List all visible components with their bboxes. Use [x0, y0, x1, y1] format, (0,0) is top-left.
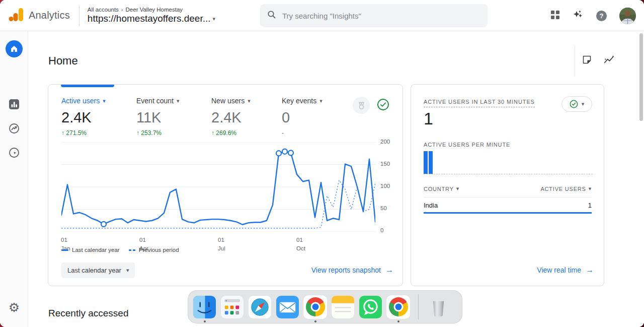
- column-label: COUNTRY: [424, 186, 454, 192]
- view-real-time-link[interactable]: View real time →: [537, 266, 594, 275]
- card-status-icons: [353, 97, 389, 114]
- ga-topbar: Analytics All accounts › Deer Valley Hom…: [0, 0, 644, 31]
- benchmark-medal-icon[interactable]: [353, 97, 370, 114]
- dock-launchpad-icon[interactable]: [220, 295, 244, 319]
- active-tab-indicator: [61, 85, 114, 87]
- breadcrumb-all-accounts[interactable]: All accounts: [88, 7, 119, 13]
- search-input[interactable]: [282, 12, 480, 20]
- date-range-selector[interactable]: Last calendar year ▾: [61, 263, 135, 278]
- metric-label: Event count: [136, 97, 174, 105]
- dock-chrome-2-icon[interactable]: [386, 295, 410, 319]
- gear-icon: ⚙: [9, 301, 20, 314]
- arrow-right-icon: →: [586, 266, 594, 275]
- property-name: https://homestayoffers.deer...: [88, 13, 211, 24]
- metric-label: Active users: [61, 97, 100, 105]
- realtime-table-header: COUNTRY ▾ ACTIVE USERS ▾: [424, 185, 592, 192]
- search-bar[interactable]: [260, 4, 488, 27]
- chart-legend: Last calendar year Previous period: [61, 247, 179, 253]
- dock-finder-icon[interactable]: [193, 295, 216, 319]
- row-value-bar: [424, 212, 592, 214]
- ga-logo-block[interactable]: Analytics: [0, 7, 70, 24]
- legend-label: Last calendar year: [72, 247, 120, 253]
- arrow-right-icon: →: [385, 266, 393, 275]
- sidebar-item-advertising[interactable]: [0, 147, 28, 159]
- realtime-card: ACTIVE USERS IN LAST 30 MINUTES ▾ 1 ACTI…: [411, 84, 604, 286]
- property-selector[interactable]: https://homestayoffers.deer... ▾: [88, 13, 215, 24]
- property-block: All accounts › Deer Valley Homestay http…: [88, 7, 215, 24]
- chevron-down-icon: ▾: [213, 16, 216, 22]
- metric-label: New users: [211, 97, 245, 105]
- insights-icon[interactable]: [603, 54, 615, 67]
- left-nav: ⚙: [0, 31, 28, 327]
- metric-key-events[interactable]: Key events▾ 0 -: [282, 97, 357, 137]
- dock-mail-icon[interactable]: [276, 295, 299, 319]
- metric-new-users[interactable]: New users▾ 2.4K ↑ 269.6%: [211, 97, 282, 137]
- per-minute-label: ACTIVE USERS PER MINUTE: [424, 142, 510, 148]
- per-minute-bar: [429, 151, 433, 174]
- metric-event-count[interactable]: Event count▾ 11K ↑ 253.7%: [136, 97, 211, 137]
- running-indicator: [204, 320, 206, 322]
- metric-delta: ↑ 253.7%: [136, 129, 211, 137]
- legend-previous-period: Previous period: [129, 247, 179, 253]
- chevron-down-icon: ▾: [582, 101, 585, 107]
- dock-safari-icon[interactable]: [248, 295, 272, 319]
- users-cell: 1: [588, 202, 592, 209]
- x-axis-tick: 01Oct: [296, 236, 305, 253]
- y-axis-tick: 50: [380, 205, 387, 211]
- y-axis-tick: 0: [380, 227, 383, 233]
- x-axis-tick: 01Jul: [218, 236, 225, 253]
- topbar-actions: ?: [550, 0, 636, 31]
- ga-logo-icon: [8, 7, 24, 24]
- realtime-title: ACTIVE USERS IN LAST 30 MINUTES: [424, 99, 535, 107]
- gemini-sparkle-icon[interactable]: [573, 9, 584, 22]
- metric-label: Key events: [282, 97, 316, 105]
- running-indicator: [397, 320, 399, 322]
- y-axis-tick: 150: [380, 161, 390, 167]
- dock-notes-icon[interactable]: [331, 295, 355, 319]
- legend-last-calendar-year: Last calendar year: [61, 247, 120, 253]
- breadcrumb: All accounts › Deer Valley Homestay: [88, 7, 215, 13]
- metric-delta: ↑ 271.5%: [61, 129, 136, 137]
- chevron-down-icon: ▾: [319, 98, 323, 104]
- dock-trash-icon[interactable]: [427, 295, 450, 319]
- header-divider: [575, 45, 575, 77]
- date-range-label: Last calendar year: [67, 267, 121, 274]
- chevron-down-icon: ▾: [589, 185, 592, 192]
- active-users-column-header[interactable]: ACTIVE USERS ▾: [540, 185, 592, 192]
- sidebar-item-reports[interactable]: [0, 99, 28, 110]
- data-quality-check-icon[interactable]: [377, 98, 389, 113]
- scrollbar-thumb[interactable]: [639, 33, 643, 121]
- browser-window: Analytics All accounts › Deer Valley Hom…: [0, 0, 644, 327]
- help-icon[interactable]: ?: [596, 11, 607, 21]
- per-minute-bar-chart: [424, 151, 593, 174]
- country-cell: India: [424, 202, 438, 209]
- dock-chrome-icon[interactable]: [303, 295, 327, 319]
- sidebar-item-explore[interactable]: [0, 122, 28, 135]
- view-reports-snapshot-link[interactable]: View reports snapshot →: [311, 266, 393, 275]
- metric-active-users[interactable]: Active users▾ 2.4K ↑ 271.5%: [61, 97, 136, 137]
- solid-line-swatch: [61, 249, 68, 251]
- dock-divider: [418, 294, 419, 319]
- avatar[interactable]: [619, 8, 636, 24]
- page-title: Home: [48, 54, 78, 68]
- dock-whatsapp-icon[interactable]: [359, 295, 382, 319]
- check-circle-icon: [570, 100, 578, 108]
- metric-value: 2.4K: [61, 109, 136, 126]
- apps-grid-icon[interactable]: [550, 10, 560, 22]
- metrics-row: Active users▾ 2.4K ↑ 271.5% Event count▾…: [61, 97, 357, 137]
- metric-delta: -: [282, 129, 357, 137]
- link-label: View real time: [537, 266, 581, 274]
- sidebar-item-admin[interactable]: ⚙: [0, 301, 28, 314]
- customize-report-icon[interactable]: [582, 54, 592, 67]
- search-icon: [267, 10, 276, 21]
- per-minute-bar: [424, 151, 428, 174]
- y-axis-tick: 200: [380, 139, 390, 145]
- realtime-status-selector[interactable]: ▾: [561, 96, 592, 112]
- active-users-chart: 050100150200 01Jan01Apr01Jul01Oct: [61, 141, 393, 258]
- link-label: View reports snapshot: [311, 266, 381, 274]
- sidebar-item-home[interactable]: [0, 40, 28, 57]
- breadcrumb-account[interactable]: Deer Valley Homestay: [126, 7, 183, 13]
- running-indicator: [314, 320, 316, 322]
- country-column-header[interactable]: COUNTRY ▾: [424, 185, 459, 192]
- metric-value: 2.4K: [211, 109, 282, 126]
